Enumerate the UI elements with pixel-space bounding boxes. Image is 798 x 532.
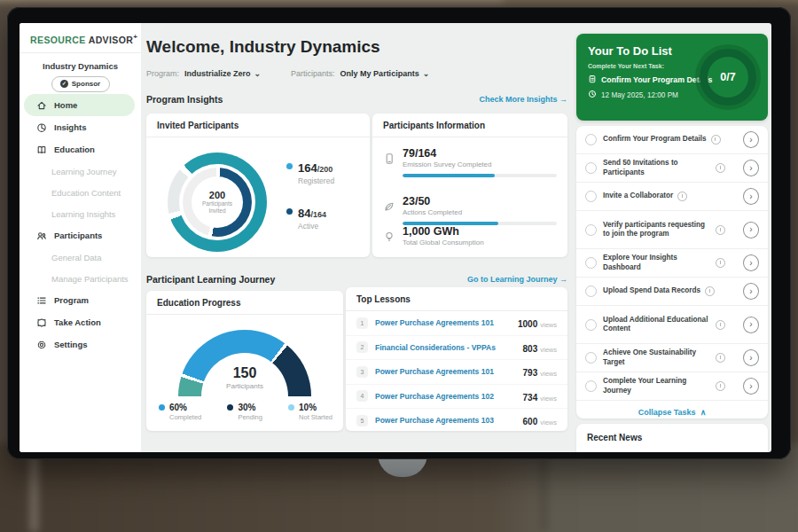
task-checkbox[interactable] bbox=[585, 380, 597, 392]
task-row[interactable]: Upload Spend Data Records › bbox=[576, 278, 768, 306]
chevron-right-icon[interactable]: › bbox=[743, 160, 759, 176]
legend-item-registered: 164/200 Registered bbox=[286, 160, 334, 185]
legend-percent: 60% bbox=[169, 403, 201, 412]
sidebar-item-label: Take Action bbox=[54, 317, 101, 327]
donut-legend: 164/200 Registered 84/164 Active bbox=[286, 160, 334, 231]
task-checkbox[interactable] bbox=[585, 191, 597, 202]
todo-next-task-label: Confirm Your Program Details bbox=[601, 75, 712, 84]
lesson-link[interactable]: Power Purchase Agreements 102 bbox=[375, 392, 523, 401]
invited-donut-chart: 200 Participants Invited bbox=[168, 153, 267, 252]
task-row[interactable]: Verify participants requesting to join t… bbox=[576, 211, 768, 249]
recent-news-title: Recent News bbox=[576, 424, 768, 451]
todo-progress-ring: 0/7 bbox=[700, 49, 756, 106]
education-progress-card: Education Progress 150 Participants 60% … bbox=[146, 291, 343, 431]
go-to-learning-journey-link[interactable]: Go to Learning Journey → bbox=[467, 275, 567, 284]
chevron-right-icon[interactable]: › bbox=[743, 317, 759, 333]
task-label: Complete Your Learning Journey bbox=[603, 377, 711, 395]
info-value: 79/164 bbox=[403, 147, 557, 160]
task-label: Upload Spend Data Records bbox=[603, 286, 700, 295]
sidebar-item-education-content[interactable]: Education Content bbox=[20, 182, 141, 203]
consumption-bulb-icon bbox=[383, 231, 395, 243]
sidebar-item-home[interactable]: Home bbox=[24, 94, 135, 116]
task-checkbox[interactable] bbox=[585, 224, 597, 236]
legend-total: /164 bbox=[310, 210, 326, 219]
participants-dropdown[interactable]: Only My Participants ⌄ bbox=[340, 69, 430, 78]
sidebar-item-settings[interactable]: Settings bbox=[24, 333, 135, 356]
chevron-right-icon[interactable]: › bbox=[743, 378, 759, 395]
todo-summary-card: Your To Do List Complete Your Next Task:… bbox=[576, 34, 768, 121]
donut-center: 200 Participants Invited bbox=[168, 153, 267, 252]
info-row-consumption: 1,000 GWh Total Global Consumption bbox=[383, 225, 557, 246]
task-label: Invite a Collaborator bbox=[603, 192, 673, 200]
lesson-link[interactable]: Power Purchase Agreements 101 bbox=[375, 367, 523, 376]
sidebar-item-manage-participants[interactable]: Manage Participants bbox=[20, 268, 141, 289]
legend-dot bbox=[227, 404, 233, 411]
sidebar-item-label: General Data bbox=[51, 253, 102, 262]
sidebar-item-take-action[interactable]: Take Action bbox=[24, 311, 135, 333]
sidebar-item-insights[interactable]: Insights bbox=[24, 116, 135, 138]
legend-item-not-started: 10% Not Started bbox=[288, 403, 332, 421]
lesson-link[interactable]: Power Purchase Agreements 103 bbox=[375, 416, 523, 425]
info-icon bbox=[716, 258, 725, 268]
survey-icon bbox=[383, 153, 395, 165]
info-label: Emission Survey Completed bbox=[403, 160, 557, 168]
page-title: Welcome, Industry Dynamics bbox=[146, 37, 380, 57]
todo-datetime-label: 12 May 2025, 12:00 PM bbox=[601, 91, 678, 99]
legend-item-completed: 60% Completed bbox=[159, 403, 201, 421]
sidebar-item-participants[interactable]: Participants bbox=[24, 224, 135, 246]
lesson-row: 2 Financial Considerations - VPPAs 803vi… bbox=[346, 336, 567, 361]
task-row[interactable]: Explore Your Insights Dashboard › bbox=[576, 249, 768, 278]
task-checkbox[interactable] bbox=[585, 286, 597, 297]
task-checkbox[interactable] bbox=[585, 162, 597, 174]
legend-label: Pending bbox=[238, 413, 262, 421]
info-icon bbox=[677, 192, 687, 201]
todo-next-task: Confirm Your Program Details bbox=[588, 74, 712, 85]
collapse-tasks-link[interactable]: Collapse Tasks ∧ bbox=[576, 401, 768, 419]
legend-value: 164 bbox=[298, 161, 317, 175]
lesson-link[interactable]: Power Purchase Agreements 101 bbox=[375, 318, 518, 327]
sidebar-item-general-data[interactable]: General Data bbox=[20, 246, 141, 268]
program-filter-label: Program: bbox=[146, 69, 179, 78]
invited-participants-card: Invited Participants 200 Participants In… bbox=[146, 113, 370, 257]
program-insights-header: Program Insights Check More Insights → bbox=[146, 94, 567, 105]
task-row[interactable]: Confirm Your Program Details › bbox=[576, 126, 768, 154]
lesson-link[interactable]: Financial Considerations - VPPAs bbox=[375, 343, 523, 352]
sidebar-item-learning-journey[interactable]: Learning Journey bbox=[20, 160, 141, 182]
legend-label: Active bbox=[298, 222, 326, 231]
legend-dot bbox=[288, 404, 294, 411]
sponsor-icon: ✓ bbox=[60, 80, 68, 88]
chevron-right-icon[interactable]: › bbox=[743, 131, 759, 148]
views-suffix: views bbox=[540, 321, 557, 329]
sponsor-badge: ✓ Sponsor bbox=[51, 76, 110, 92]
task-row[interactable]: Upload Additional Educational Content › bbox=[576, 306, 768, 344]
task-row[interactable]: Send 50 Invitations to Participants › bbox=[576, 154, 768, 183]
arrow-right-icon: → bbox=[559, 95, 567, 104]
info-icon bbox=[711, 135, 721, 145]
task-row[interactable]: Complete Your Learning Journey › bbox=[576, 372, 768, 401]
sidebar-item-education[interactable]: Education bbox=[24, 138, 135, 160]
sidebar-item-learning-insights[interactable]: Learning Insights bbox=[20, 203, 141, 224]
arrow-right-icon: → bbox=[559, 275, 567, 284]
chevron-right-icon[interactable]: › bbox=[743, 283, 759, 300]
chevron-right-icon[interactable]: › bbox=[743, 349, 759, 366]
legend-label: Not Started bbox=[299, 413, 332, 421]
check-more-insights-link[interactable]: Check More Insights → bbox=[479, 95, 567, 104]
task-row[interactable]: Achieve One Sustainability Target › bbox=[576, 344, 768, 372]
info-icon bbox=[716, 381, 725, 391]
chevron-right-icon[interactable]: › bbox=[743, 222, 759, 239]
sidebar-item-label: Learning Journey bbox=[51, 167, 116, 176]
task-row[interactable]: Invite a Collaborator › bbox=[576, 183, 768, 211]
task-checkbox[interactable] bbox=[585, 319, 597, 331]
sidebar-item-program[interactable]: Program bbox=[24, 289, 135, 311]
organization-name: Industry Dynamics bbox=[20, 61, 141, 71]
sidebar-item-label: Home bbox=[54, 100, 77, 110]
chevron-right-icon[interactable]: › bbox=[743, 188, 759, 205]
logo-resource: RESOURCE bbox=[30, 35, 86, 45]
task-checkbox[interactable] bbox=[585, 352, 597, 364]
program-dropdown[interactable]: Industrialize Zero ⌄ bbox=[184, 69, 261, 78]
chevron-right-icon[interactable]: › bbox=[743, 254, 759, 271]
top-lessons-card: Top Lessons 1 Power Purchase Agreements … bbox=[346, 287, 567, 431]
task-checkbox[interactable] bbox=[585, 134, 597, 145]
sidebar-nav: Home Insights Education Learning Journey… bbox=[20, 94, 141, 356]
task-checkbox[interactable] bbox=[585, 257, 597, 269]
